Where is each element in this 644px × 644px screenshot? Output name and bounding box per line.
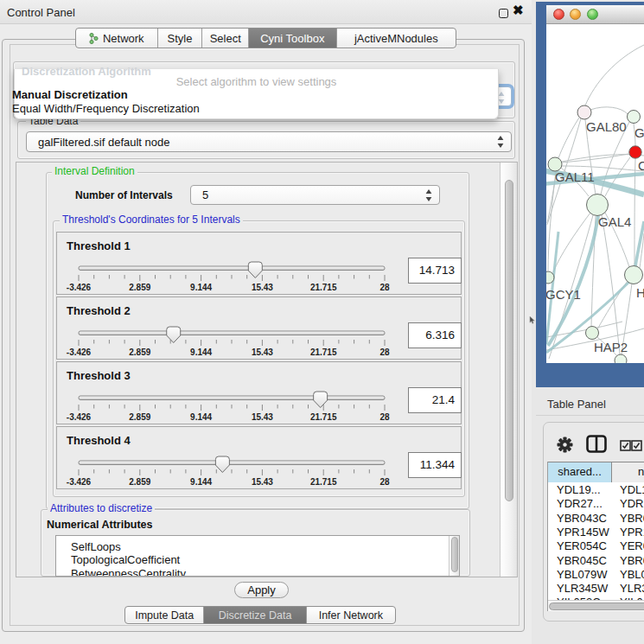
tab-select[interactable]: Select <box>202 29 249 48</box>
network-window-titlebar[interactable] <box>546 5 644 24</box>
tick-label: 2.859 <box>129 477 150 487</box>
cell-name: YER0 <box>620 539 644 552</box>
tick-label: -3.426 <box>67 412 92 422</box>
numerical-attributes-list[interactable]: SelfLoopsTopologicalCoefficientBetweenne… <box>55 535 460 577</box>
minimize-traffic-light[interactable] <box>570 9 581 20</box>
network-edge[interactable] <box>562 154 628 163</box>
mouse-cursor <box>529 316 536 325</box>
checkbox-checked-icon[interactable] <box>620 440 631 451</box>
float-window-icon[interactable] <box>499 9 508 18</box>
table-row[interactable]: YBR043CYBR0 <box>548 512 644 526</box>
network-node[interactable] <box>625 266 643 284</box>
cell-shared-name: YBL079W <box>557 568 608 581</box>
gear-icon[interactable] <box>557 437 573 453</box>
scrollbar-thumb[interactable] <box>549 603 644 610</box>
slider-thumb[interactable] <box>167 327 181 343</box>
threshold-value-field[interactable]: 6.316 <box>408 322 462 348</box>
network-node[interactable] <box>586 327 599 340</box>
network-edge[interactable] <box>553 213 590 272</box>
window-title: Control Panel <box>7 6 75 19</box>
tab-label: Discretize Data <box>219 609 292 622</box>
checkbox-checked-icon[interactable] <box>631 440 642 451</box>
node-table: shared... n... YDL19...YDL1YDR27...YDR2Y… <box>547 462 644 611</box>
attribute-item[interactable]: BetweennessCentrality <box>71 567 186 577</box>
tab-infer-network[interactable]: Infer Network <box>307 607 395 623</box>
column-header-name[interactable]: n... <box>612 462 644 482</box>
threshold-value-field[interactable]: 21.4 <box>408 387 462 413</box>
table-data-combobox[interactable]: galFiltered.sif default node <box>26 131 512 152</box>
spinner-arrows-icon <box>425 189 432 201</box>
slider-thumb[interactable] <box>314 392 328 408</box>
tab-discretize-data[interactable]: Discretize Data <box>204 607 306 623</box>
network-edge[interactable] <box>590 107 628 114</box>
algorithm-option-0[interactable]: Manual Discretization <box>12 88 128 101</box>
control-panel-window: Control Panel ✖ NetworkStyleSelectCyni T… <box>0 0 532 644</box>
tick-label: 9.144 <box>190 477 212 487</box>
table-data-combobox-value: galFiltered.sif default node <box>38 136 169 149</box>
slider-thumb[interactable] <box>248 262 262 278</box>
cell-shared-name: YBR043C <box>557 512 607 525</box>
network-edge[interactable] <box>558 118 579 158</box>
attributes-list-scrollbar[interactable] <box>449 536 459 577</box>
table-row[interactable]: YLR345WYLR3 <box>548 582 644 596</box>
attribute-item[interactable]: SelfLoops <box>71 540 121 553</box>
tab-cyni-toolbox[interactable]: Cyni Toolbox <box>249 29 337 48</box>
threshold-slider[interactable]: -3.4262.8599.14415.4321.71528 <box>57 233 403 296</box>
table-row[interactable]: YBL079WYBL0 <box>548 568 644 583</box>
threshold-slider[interactable]: -3.4262.8599.14415.4321.71528 <box>57 362 403 425</box>
close-traffic-light[interactable] <box>553 9 564 20</box>
number-of-intervals-spinner[interactable]: 5 <box>190 185 440 205</box>
slider-thumb[interactable] <box>215 456 229 473</box>
tab-label: Impute Data <box>135 609 194 622</box>
network-node[interactable] <box>628 111 641 124</box>
zoom-traffic-light[interactable] <box>587 9 598 20</box>
threshold-slider[interactable]: -3.4262.8599.14415.4321.71528 <box>57 297 403 360</box>
threshold-slider[interactable]: -3.4262.8599.14415.4321.71528 <box>57 427 403 490</box>
network-node[interactable] <box>629 146 641 158</box>
table-row[interactable]: YDL19...YDL1 <box>548 483 644 498</box>
tab-jactivemnodules[interactable]: jActiveMNodules <box>337 29 456 48</box>
threshold-value-field[interactable]: 11.344 <box>408 452 462 478</box>
network-edge[interactable] <box>585 45 644 105</box>
algorithm-option-1[interactable]: Equal Width/Frequency Discretization <box>12 102 200 115</box>
tick-label: 21.715 <box>310 477 337 487</box>
table-horizontal-scrollbar[interactable] <box>548 600 644 611</box>
algorithm-placeholder: Select algorithm to view settings <box>14 75 499 88</box>
settings-scrollbar[interactable] <box>500 163 517 577</box>
column-header-shared-name[interactable]: shared... <box>548 462 612 482</box>
threshold-value-field[interactable]: 14.713 <box>408 258 462 284</box>
attribute-item[interactable]: TopologicalCoefficient <box>71 553 180 566</box>
network-window-inner: GAL80GACGAL11GAL4GCY1HHAP2 <box>546 5 644 363</box>
tab-network[interactable]: Network <box>76 29 158 48</box>
scrollbar-thumb[interactable] <box>505 180 513 501</box>
table-row[interactable]: YBR045CYBR0 <box>548 554 644 569</box>
tick-label: 28 <box>379 412 390 422</box>
node-table-header: shared... n... <box>548 462 644 481</box>
close-icon[interactable]: ✖ <box>513 3 524 18</box>
cell-shared-name: YER054C <box>557 539 607 552</box>
split-columns-icon[interactable] <box>586 435 607 453</box>
network-node[interactable] <box>577 105 591 119</box>
tick-label: -3.426 <box>67 477 92 487</box>
cell-name: YBR0 <box>620 554 644 567</box>
scrollbar-thumb[interactable] <box>451 537 458 572</box>
network-node[interactable] <box>546 271 554 284</box>
control-panel-titlebar: Control Panel ✖ <box>0 0 532 24</box>
tab-label: Cyni Toolbox <box>260 32 324 45</box>
tick-label: 15.43 <box>252 348 273 357</box>
tab-style[interactable]: Style <box>158 29 203 48</box>
table-row[interactable]: YDR27...YDR2 <box>548 497 644 512</box>
combo-arrows-icon <box>498 92 505 104</box>
tick-label: 21.715 <box>310 283 337 292</box>
network-canvas[interactable]: GAL80GACGAL11GAL4GCY1HHAP2 <box>546 24 644 363</box>
table-row[interactable]: YER054CYER0 <box>548 539 644 554</box>
apply-button[interactable]: Apply <box>234 582 289 598</box>
tab-impute-data[interactable]: Impute Data <box>125 607 204 623</box>
tick-label: -3.426 <box>67 283 92 292</box>
tick-label: 28 <box>379 477 390 487</box>
tick-label: 2.859 <box>129 283 150 292</box>
network-node[interactable] <box>615 354 627 363</box>
table-row[interactable]: YPR145WYPR1 <box>548 526 644 540</box>
network-node[interactable] <box>587 194 609 216</box>
threshold-panel-3: Threshold 3-3.4262.8599.14415.4321.71528… <box>56 361 462 424</box>
